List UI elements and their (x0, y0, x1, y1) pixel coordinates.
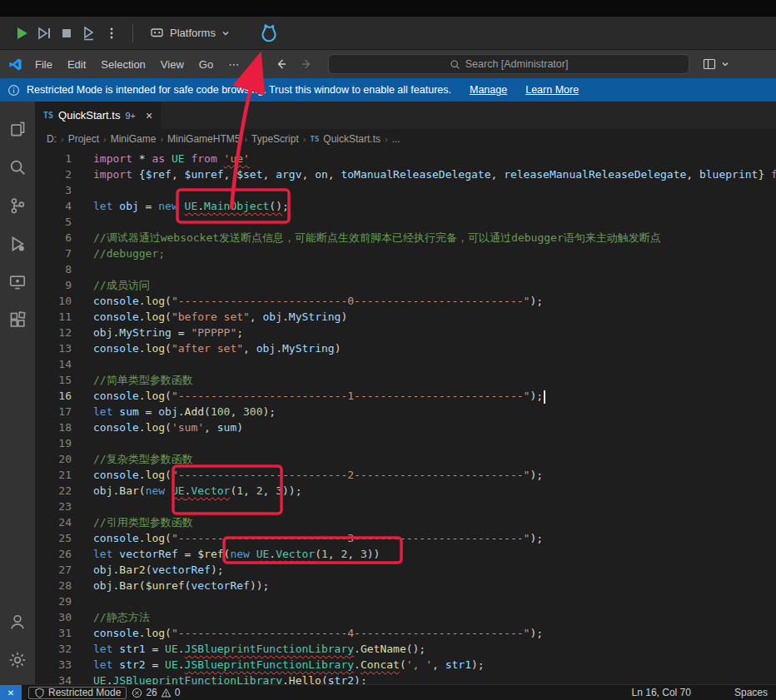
typescript-file-icon: TS (310, 135, 319, 143)
menu-file[interactable]: File (27, 55, 60, 74)
code-line[interactable]: 19 (35, 435, 776, 451)
cursor-position-status[interactable]: Ln 16, Col 70 (625, 687, 698, 698)
more-actions-button[interactable] (100, 22, 122, 44)
manage-link[interactable]: Manage (470, 84, 507, 96)
menu-view[interactable]: View (153, 55, 192, 74)
menu-more[interactable]: ⋯ (221, 55, 246, 74)
code-line[interactable]: 16console.log("-------------------------… (35, 388, 776, 404)
code-line[interactable]: 4let obj = new UE.MainObject(); (35, 198, 776, 214)
code-text (72, 182, 93, 198)
play-button[interactable] (10, 22, 32, 44)
code-line[interactable]: 6//调试器通过websocket发送断点信息，可能断点生效前脚本已经执行完备，… (35, 230, 776, 246)
chevron-right-icon: › (61, 134, 64, 144)
learn-more-link[interactable]: Learn More (525, 84, 579, 96)
breadcrumb-minigame[interactable]: MiniGame (111, 133, 157, 145)
code-text: //调试器通过websocket发送断点信息，可能断点生效前脚本已经执行完备，可… (72, 230, 661, 246)
code-text: console.log("--------------------------2… (72, 467, 543, 483)
unreal-engine-icon[interactable] (258, 22, 280, 44)
code-editor[interactable]: 1import * as UE from 'ue'2import {$ref, … (35, 149, 776, 684)
code-line[interactable]: 24//引用类型参数函数 (35, 514, 776, 530)
menu-edit[interactable]: Edit (60, 55, 93, 74)
code-line[interactable]: 13console.log("after set", obj.MyString) (35, 340, 776, 356)
code-line[interactable]: 14 (35, 356, 776, 372)
explorer-icon[interactable] (0, 110, 35, 148)
breadcrumb-file[interactable]: QuickStart.ts (323, 133, 381, 145)
remote-explorer-icon[interactable] (0, 263, 35, 301)
line-number: 14 (35, 356, 72, 372)
code-text: let obj = new UE.MainObject(); (72, 198, 289, 214)
code-line[interactable]: 28obj.Bar($unref(vectorRef)); (35, 578, 776, 593)
menu-selection[interactable]: Selection (93, 55, 152, 74)
tab-close-icon[interactable]: × (146, 109, 152, 122)
code-line[interactable]: 33let str2 = UE.JSBlueprintFunctionLibra… (35, 657, 776, 673)
settings-gear-icon[interactable] (0, 641, 35, 679)
stop-icon (58, 25, 75, 42)
code-line[interactable]: 11console.log("before set", obj.MyString… (35, 309, 776, 325)
menu-bar: File Edit Selection View Go ⋯ Search [Ad… (0, 50, 776, 78)
text-cursor (544, 390, 545, 404)
breadcrumb-typescript[interactable]: TypeScript (251, 133, 299, 145)
line-number: 21 (35, 467, 72, 483)
code-line[interactable]: 23 (35, 499, 776, 514)
line-number: 1 (35, 151, 72, 166)
code-line[interactable]: 1import * as UE from 'ue' (35, 151, 776, 166)
code-line[interactable]: 2import {$ref, $unref, $set, argv, on, t… (35, 166, 776, 182)
code-line[interactable]: 30//静态方法 (35, 609, 776, 625)
code-text: let vectorRef = $ref(new UE.Vector(1, 2,… (72, 546, 380, 562)
code-line[interactable]: 21console.log("-------------------------… (35, 467, 776, 483)
code-line[interactable]: 15//简单类型参数函数 (35, 372, 776, 388)
code-line[interactable]: 27obj.Bar2(vectorRef); (35, 562, 776, 578)
restricted-mode-status[interactable]: Restricted Mode (28, 687, 127, 699)
code-line[interactable]: 22obj.Bar(new UE.Vector(1, 2, 3)); (35, 483, 776, 499)
code-line[interactable]: 25console.log("-------------------------… (35, 530, 776, 546)
code-line[interactable]: 18console.log('sum', sum) (35, 420, 776, 435)
code-text: import {$ref, $unref, $set, argv, on, to… (72, 166, 776, 182)
code-line[interactable]: 5 (35, 214, 776, 230)
code-line[interactable]: 7//debugger; (35, 246, 776, 261)
warning-count: 0 (175, 687, 181, 698)
code-line[interactable]: 29 (35, 593, 776, 609)
breadcrumb-symbol[interactable]: ... (392, 133, 400, 145)
search-icon (450, 59, 460, 70)
code-line[interactable]: 8 (35, 261, 776, 277)
tab-quickstart[interactable]: TS QuickStart.ts 9+ × (35, 102, 162, 129)
tab-bar: TS QuickStart.ts 9+ × (35, 102, 776, 129)
stop-button[interactable] (55, 22, 77, 44)
line-number: 9 (35, 277, 72, 293)
restricted-mode-label: Restricted Mode (48, 687, 121, 698)
indentation-status[interactable]: Spaces (728, 687, 774, 698)
code-line[interactable]: 3 (35, 182, 776, 198)
problems-status[interactable]: 26 0 (127, 685, 185, 700)
customize-layout-button[interactable] (703, 57, 729, 71)
chevron-right-icon: › (160, 134, 163, 144)
code-line[interactable]: 10console.log("-------------------------… (35, 293, 776, 309)
forward-arrow-icon[interactable] (300, 57, 313, 71)
run-debug-icon[interactable] (0, 225, 35, 263)
menu-go[interactable]: Go (192, 55, 221, 74)
platforms-dropdown[interactable]: Platforms (143, 22, 236, 43)
code-line[interactable]: 12obj.MyString = "PPPPP"; (35, 325, 776, 340)
code-line[interactable]: 17let sum = obj.Add(100, 300); (35, 404, 776, 420)
breadcrumb-minigamehtm5[interactable]: MiniGameHTM5 (167, 133, 240, 145)
launch-button[interactable] (77, 22, 100, 44)
source-control-icon[interactable] (0, 186, 35, 225)
breadcrumb-drive[interactable]: D: (47, 133, 57, 145)
code-line[interactable]: 9//成员访问 (35, 277, 776, 293)
search-input[interactable]: Search [Administrator] (328, 54, 689, 74)
remote-indicator[interactable]: ✕ (0, 685, 22, 700)
code-lines: 1import * as UE from 'ue'2import {$ref, … (35, 151, 776, 684)
account-icon[interactable] (0, 603, 35, 641)
code-line[interactable]: 20//复杂类型参数函数 (35, 451, 776, 467)
code-text: //简单类型参数函数 (72, 372, 193, 388)
code-text (72, 593, 93, 609)
code-line[interactable]: 34UE.JSBlueprintFunctionLibrary.Hello(st… (35, 673, 776, 684)
back-arrow-icon[interactable] (275, 57, 288, 71)
step-button[interactable] (32, 22, 55, 44)
breadcrumb-project[interactable]: Project (68, 133, 99, 145)
code-line[interactable]: 31console.log("-------------------------… (35, 625, 776, 641)
code-line[interactable]: 32let str1 = UE.JSBlueprintFunctionLibra… (35, 641, 776, 657)
line-number: 31 (35, 625, 72, 641)
code-line[interactable]: 26let vectorRef = $ref(new UE.Vector(1, … (35, 546, 776, 562)
search-sidebar-icon[interactable] (0, 148, 35, 186)
extensions-icon[interactable] (0, 301, 35, 340)
